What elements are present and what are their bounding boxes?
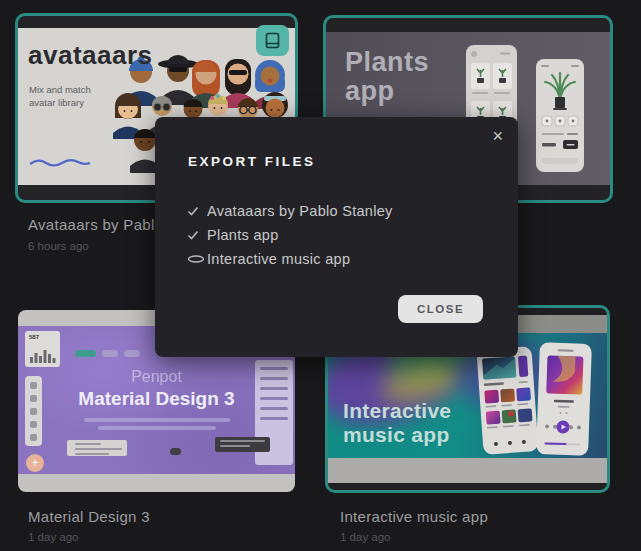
thumb-subtitle: Mix and match avatar library xyxy=(29,83,91,109)
close-button[interactable]: CLOSE xyxy=(398,295,483,323)
export-files-modal: × EXPORT FILES Avataaars by Pablo Stanle… xyxy=(155,117,518,357)
export-list-item: Plants app xyxy=(187,223,393,247)
spinner-icon xyxy=(187,254,207,264)
file-name-music: Interactive music app xyxy=(340,508,488,525)
blue-squiggle xyxy=(30,160,90,165)
export-list-item: Interactive music app xyxy=(187,247,393,271)
music-phone-mockup-1 xyxy=(476,346,538,455)
file-time-avataaars: 6 hours ago xyxy=(28,240,89,252)
export-item-label: Interactive music app xyxy=(207,251,350,267)
mini-add-button: + xyxy=(26,454,44,472)
export-item-label: Avataaars by Pablo Stanley xyxy=(207,203,393,219)
music-phone-mockup-2 xyxy=(536,342,592,456)
thumb-heading: avataaars xyxy=(28,40,153,71)
export-item-label: Plants app xyxy=(207,227,279,243)
thumb-heading: Material Design 3 xyxy=(18,388,295,410)
thumb-text-line xyxy=(84,418,230,422)
mini-tab xyxy=(102,350,118,357)
thumb-brand: Penpot xyxy=(18,368,295,386)
export-list-item: Avataaars by Pablo Stanley xyxy=(187,199,393,223)
mini-toggle xyxy=(170,448,181,455)
library-book-icon xyxy=(265,32,280,49)
check-icon xyxy=(187,230,207,240)
file-name-material: Material Design 3 xyxy=(28,508,150,525)
thumb-heading: Plants app xyxy=(345,48,429,106)
mini-comment-card xyxy=(67,440,127,456)
shared-library-badge[interactable] xyxy=(256,25,289,56)
plants-phone-mockup-2 xyxy=(536,59,584,172)
mini-tab-active xyxy=(75,350,96,357)
mini-tooltip xyxy=(215,437,270,452)
modal-title: EXPORT FILES xyxy=(188,154,316,169)
mini-toolbar xyxy=(25,376,42,446)
thumb-heading: Interactive music app xyxy=(343,399,451,447)
check-icon xyxy=(187,206,207,216)
music-thumb-botstrip xyxy=(328,458,607,483)
file-time-music: 1 day ago xyxy=(340,531,391,543)
thumb-text-line xyxy=(98,426,216,430)
export-file-list: Avataaars by Pablo Stanley Plants app In… xyxy=(187,199,393,271)
close-icon[interactable]: × xyxy=(492,127,503,145)
dashboard-page: avataaars Mix and match avatar library xyxy=(0,0,641,551)
mini-stats-card: 587 xyxy=(25,331,60,367)
mini-tab xyxy=(124,350,140,357)
file-time-material: 1 day ago xyxy=(28,531,79,543)
